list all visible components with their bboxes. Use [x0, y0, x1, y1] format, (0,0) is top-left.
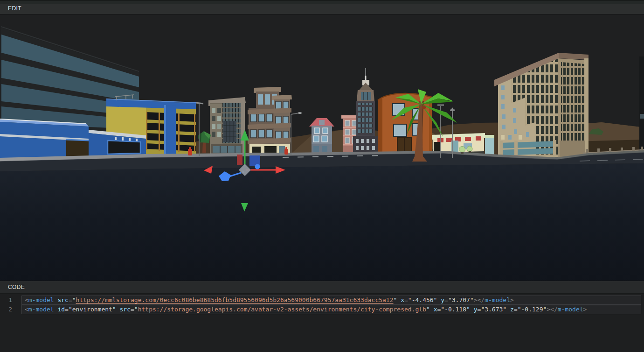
gizmo-plane-handle-blue[interactable]	[249, 155, 260, 166]
viewport-3d[interactable]	[0, 14, 644, 281]
red-roof-house[interactable]	[309, 118, 334, 155]
line-number: 1	[0, 296, 12, 305]
code-line[interactable]: 2<m-model id="environment" src="https://…	[0, 305, 644, 314]
line-number: 2	[0, 305, 12, 314]
code-panel-header: CODE	[0, 281, 644, 294]
code-line[interactable]: 1<m-model src="https://mmlstorage.com/0e…	[0, 296, 644, 305]
code-panel-title: CODE	[0, 284, 25, 290]
mml-editor-window: EDIT	[0, 0, 644, 352]
gizmo-z-sphere-handle[interactable]	[255, 164, 260, 169]
code-line-content[interactable]: <m-model src="https://mmlstorage.com/0ec…	[21, 296, 641, 305]
code-editor[interactable]: 1<m-model src="https://mmlstorage.com/0e…	[0, 294, 644, 352]
scene-canvas[interactable]	[0, 14, 644, 281]
code-lines[interactable]: 1<m-model src="https://mmlstorage.com/0e…	[0, 296, 644, 314]
edit-tab-label[interactable]: EDIT	[0, 2, 21, 12]
foreground-ground	[0, 163, 644, 281]
code-line-content[interactable]: <m-model id="environment" src="https://s…	[21, 305, 641, 314]
gizmo-plane-handle-red[interactable]	[237, 155, 242, 165]
office-tower-building[interactable]	[208, 97, 246, 155]
palm-fruit	[422, 106, 426, 109]
edit-bar: EDIT	[0, 0, 644, 14]
